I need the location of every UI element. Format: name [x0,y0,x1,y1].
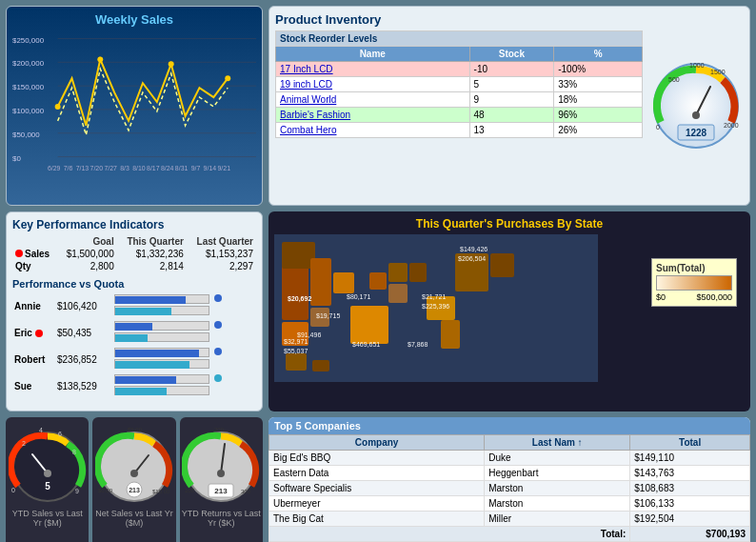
legend-max: $500,000 [696,292,732,302]
top5-col-lastname: Last Nam ↑ [485,435,630,451]
col-stock: Stock [469,47,554,62]
svg-text:7/27: 7/27 [104,165,117,171]
svg-text:$5.00: $5.00 [128,427,143,432]
svg-text:213: 213 [129,487,140,493]
kpi-panel: Key Performance Indicators Goal This Qua… [6,211,263,412]
kpi-header-goal: Goal [57,235,117,248]
sales-last-q: $1,153,237 [187,248,256,260]
svg-text:8/17: 8/17 [147,165,160,171]
company-name: The Big Cat [269,512,485,527]
svg-rect-35 [409,263,427,282]
product-name[interactable]: Animal World [276,92,470,108]
map-panel: This Quarter's Purchases By State [269,211,750,412]
qty-label: Qty [12,260,57,272]
perf-bar-fill-blue [115,323,152,331]
svg-text:$32,971: $32,971 [284,338,308,345]
y-label-4: $50,000 [12,130,40,139]
weekly-sales-chart: $250,000 $200,000 $150,000 $100,000 $50,… [12,30,256,178]
svg-text:8/10: 8/10 [132,165,146,171]
eric-red-dot [35,330,43,337]
perf-row-sue: Sue $138,529 [12,372,256,399]
total-label: Total: [269,527,630,542]
speedometer-svg: 0 500 1000 1500 2000 1228 [651,53,742,158]
stock-val: -10 [469,62,554,77]
svg-text:$20,692: $20,692 [288,295,311,303]
top5-table: Company Last Nam ↑ Total Big Ed's BBQ Du… [269,434,750,542]
svg-text:9/21: 9/21 [218,165,231,171]
svg-text:4: 4 [39,427,43,433]
svg-point-80 [217,470,225,477]
svg-rect-42 [369,272,387,290]
perf-row-annie: Annie $106,420 [12,292,256,319]
svg-rect-36 [388,284,408,303]
top5-row: Eastern Data Heggenbart $143,763 [269,466,750,481]
top5-row: Big Ed's BBQ Duke $149,110 [269,451,750,466]
gauge2-svg: $0.00 $5.00 $10.00 213 [95,421,173,507]
svg-text:7/20: 7/20 [90,165,104,171]
perf-bar-fill-teal [115,334,148,342]
gauge-mark-1000: 1000 [689,62,705,69]
stock-val: 48 [469,108,554,123]
svg-text:$55,037: $55,037 [284,348,308,354]
table-row: 17 Inch LCD -10 -100% [276,62,643,77]
svg-text:$80,171: $80,171 [347,293,370,300]
perf-name: Annie [12,292,55,319]
svg-rect-32 [333,272,354,293]
top5-col-total: Total [630,435,750,451]
gauge-mark-1500: 1500 [710,69,726,75]
svg-text:$149,426: $149,426 [460,246,487,252]
perf-bar-cell [112,292,256,319]
top5-row: Ubermeyer Marston $106,133 [269,496,750,512]
svg-rect-33 [350,306,388,344]
pct-val: 33% [554,77,643,92]
last-name: Marston [485,481,630,496]
gauge-ytd-sales: 0 2 4 6 8 9 5 YTD Sales vs Last Yr ($M) [6,417,89,542]
perf-bar-inner [114,332,209,342]
total-value: $700,193 [630,527,750,542]
svg-point-65 [44,470,51,477]
svg-point-7 [97,56,103,62]
total-val: $106,133 [630,496,750,512]
weekly-sales-panel: Weekly Sales $250,000 $200,000 $150,000 … [6,6,263,206]
perf-bar-outer [114,294,209,304]
bottom-gauges: 0 2 4 6 8 9 5 YTD Sales vs Last Yr ($M) [6,417,263,542]
last-name: Heggenbart [485,466,630,481]
svg-text:$469,651: $469,651 [352,341,380,348]
product-name[interactable]: 19 inch LCD [276,77,470,92]
product-name[interactable]: Barbie's Fashion [276,108,470,123]
top5-col-company: Company [269,435,485,451]
perf-name: Sue [12,372,55,399]
svg-text:$91,496: $91,496 [297,331,321,338]
qty-last-q: 2,297 [187,260,256,272]
gauge1-label: YTD Sales vs Last Yr ($M) [8,509,87,528]
perf-bar-cell [112,346,256,372]
sales-this-q: $1,332,236 [117,248,187,260]
gauge-mark-2000: 2000 [724,122,739,129]
weekly-sales-title: Weekly Sales [12,12,256,27]
product-name[interactable]: 17 Inch LCD [276,62,470,77]
sales-red-dot [15,250,23,257]
svg-rect-44 [312,360,329,371]
perf-dot [214,321,222,329]
company-name: Software Specialis [269,481,485,496]
svg-text:$0.00: $0.00 [98,488,113,493]
svg-text:$7,868: $7,868 [408,341,428,348]
svg-text:200: 200 [214,427,225,432]
perf-bar-fill-blue [115,350,199,357]
product-name[interactable]: Combat Hero [276,123,470,138]
map-legend: Sum(Total) $0 $500,000 [651,258,737,307]
product-inventory-panel: Product Inventory Stock Reorder Levels N… [269,6,750,206]
pct-val: 26% [554,123,643,138]
table-row: 19 inch LCD 5 33% [276,77,643,92]
svg-point-72 [130,470,138,477]
svg-text:$19,715: $19,715 [316,312,340,319]
svg-text:$225,396: $225,396 [422,303,449,310]
y-label-5: $0 [12,154,21,163]
total-val: $192,504 [630,512,750,527]
sales-goal: $1,500,000 [57,248,117,260]
perf-row-eric: Eric $50,435 [12,319,256,346]
perf-bar-fill-teal [115,388,167,395]
svg-text:100: 100 [185,488,195,493]
gauge-ytd-returns: 100 200 300 213 YTD Returns vs Last Yr (… [180,417,263,542]
top5-total-row: Total: $700,193 [269,527,750,542]
